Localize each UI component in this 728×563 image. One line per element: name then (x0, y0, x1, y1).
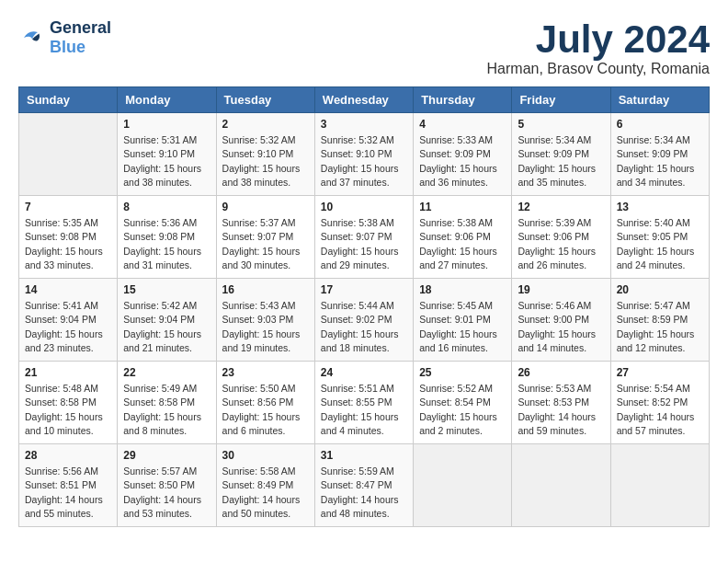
calendar-week-row: 14Sunrise: 5:41 AMSunset: 9:04 PMDayligh… (19, 279, 710, 362)
day-number: 18 (419, 283, 506, 296)
day-number: 9 (222, 201, 309, 213)
calendar-table: SundayMondayTuesdayWednesdayThursdayFrid… (18, 86, 710, 527)
calendar-week-row: 1Sunrise: 5:31 AMSunset: 9:10 PMDaylight… (19, 113, 710, 196)
day-info: Sunrise: 5:34 AMSunset: 9:09 PMDaylight:… (518, 133, 604, 190)
calendar-day-cell: 25Sunrise: 5:52 AMSunset: 8:54 PMDayligh… (414, 362, 512, 444)
calendar-day-cell: 11Sunrise: 5:38 AMSunset: 9:06 PMDayligh… (414, 196, 512, 279)
day-number: 8 (123, 201, 210, 213)
calendar-day-cell: 5Sunrise: 5:34 AMSunset: 9:09 PMDaylight… (512, 113, 610, 196)
day-info: Sunrise: 5:49 AMSunset: 8:58 PMDaylight:… (123, 382, 210, 438)
day-info: Sunrise: 5:50 AMSunset: 8:56 PMDaylight:… (222, 382, 309, 438)
day-number: 13 (617, 201, 703, 213)
calendar-day-cell (610, 444, 709, 527)
day-number: 19 (518, 283, 604, 296)
calendar-day-cell: 1Sunrise: 5:31 AMSunset: 9:10 PMDaylight… (118, 113, 216, 196)
day-info: Sunrise: 5:33 AMSunset: 9:09 PMDaylight:… (419, 133, 506, 190)
day-info: Sunrise: 5:48 AMSunset: 8:58 PMDaylight:… (25, 382, 111, 438)
day-info: Sunrise: 5:42 AMSunset: 9:04 PMDaylight:… (123, 299, 210, 355)
calendar-day-cell: 8Sunrise: 5:36 AMSunset: 9:08 PMDaylight… (118, 196, 216, 279)
day-number: 26 (518, 366, 604, 379)
day-number: 2 (222, 118, 309, 131)
day-number: 17 (321, 283, 407, 296)
calendar-day-cell: 24Sunrise: 5:51 AMSunset: 8:55 PMDayligh… (314, 362, 413, 444)
location-subtitle: Harman, Brasov County, Romania (487, 61, 710, 77)
month-year-title: July 2024 (487, 18, 710, 61)
day-number: 29 (123, 449, 210, 462)
day-number: 4 (419, 118, 506, 131)
logo-text: General Blue (50, 18, 111, 57)
calendar-day-cell: 4Sunrise: 5:33 AMSunset: 9:09 PMDaylight… (414, 113, 512, 196)
day-number: 20 (617, 283, 703, 296)
logo: General Blue (18, 18, 111, 57)
calendar-day-cell: 10Sunrise: 5:38 AMSunset: 9:07 PMDayligh… (314, 196, 413, 279)
calendar-day-cell: 20Sunrise: 5:47 AMSunset: 8:59 PMDayligh… (610, 279, 709, 362)
day-number: 25 (419, 366, 506, 379)
calendar-day-cell: 13Sunrise: 5:40 AMSunset: 9:05 PMDayligh… (610, 196, 709, 279)
calendar-week-row: 21Sunrise: 5:48 AMSunset: 8:58 PMDayligh… (19, 362, 710, 444)
day-number: 10 (321, 201, 407, 213)
day-number: 21 (25, 366, 111, 379)
calendar-day-cell: 2Sunrise: 5:32 AMSunset: 9:10 PMDaylight… (216, 113, 314, 196)
weekday-header-cell: Monday (118, 87, 216, 113)
day-info: Sunrise: 5:43 AMSunset: 9:03 PMDaylight:… (222, 299, 309, 355)
weekday-header-cell: Thursday (414, 87, 512, 113)
day-info: Sunrise: 5:45 AMSunset: 9:01 PMDaylight:… (419, 299, 506, 355)
day-number: 11 (419, 201, 506, 213)
weekday-header-row: SundayMondayTuesdayWednesdayThursdayFrid… (19, 87, 710, 113)
day-info: Sunrise: 5:57 AMSunset: 8:50 PMDaylight:… (123, 465, 210, 521)
day-info: Sunrise: 5:47 AMSunset: 8:59 PMDaylight:… (617, 299, 703, 355)
calendar-day-cell: 18Sunrise: 5:45 AMSunset: 9:01 PMDayligh… (414, 279, 512, 362)
calendar-day-cell: 7Sunrise: 5:35 AMSunset: 9:08 PMDaylight… (19, 196, 118, 279)
day-info: Sunrise: 5:35 AMSunset: 9:08 PMDaylight:… (25, 216, 111, 272)
day-number: 6 (617, 118, 703, 131)
day-number: 5 (518, 118, 604, 131)
day-info: Sunrise: 5:51 AMSunset: 8:55 PMDaylight:… (321, 382, 407, 438)
day-number: 28 (25, 449, 111, 462)
day-number: 16 (222, 283, 309, 296)
calendar-day-cell: 21Sunrise: 5:48 AMSunset: 8:58 PMDayligh… (19, 362, 118, 444)
calendar-day-cell: 3Sunrise: 5:32 AMSunset: 9:10 PMDaylight… (314, 113, 413, 196)
calendar-body: 1Sunrise: 5:31 AMSunset: 9:10 PMDaylight… (19, 113, 710, 527)
logo-icon (18, 24, 46, 52)
calendar-day-cell: 17Sunrise: 5:44 AMSunset: 9:02 PMDayligh… (314, 279, 413, 362)
calendar-day-cell (512, 444, 610, 527)
day-info: Sunrise: 5:32 AMSunset: 9:10 PMDaylight:… (222, 133, 309, 190)
day-number: 30 (222, 449, 309, 462)
calendar-day-cell: 26Sunrise: 5:53 AMSunset: 8:53 PMDayligh… (512, 362, 610, 444)
day-info: Sunrise: 5:38 AMSunset: 9:07 PMDaylight:… (321, 216, 407, 272)
calendar-day-cell: 19Sunrise: 5:46 AMSunset: 9:00 PMDayligh… (512, 279, 610, 362)
calendar-day-cell: 29Sunrise: 5:57 AMSunset: 8:50 PMDayligh… (118, 444, 216, 527)
title-section: July 2024 Harman, Brasov County, Romania (487, 18, 710, 77)
day-info: Sunrise: 5:46 AMSunset: 9:00 PMDaylight:… (518, 299, 604, 355)
calendar-week-row: 28Sunrise: 5:56 AMSunset: 8:51 PMDayligh… (19, 444, 710, 527)
calendar-day-cell: 23Sunrise: 5:50 AMSunset: 8:56 PMDayligh… (216, 362, 314, 444)
calendar-day-cell: 30Sunrise: 5:58 AMSunset: 8:49 PMDayligh… (216, 444, 314, 527)
day-number: 23 (222, 366, 309, 379)
calendar-day-cell: 12Sunrise: 5:39 AMSunset: 9:06 PMDayligh… (512, 196, 610, 279)
day-info: Sunrise: 5:41 AMSunset: 9:04 PMDaylight:… (25, 299, 111, 355)
day-info: Sunrise: 5:58 AMSunset: 8:49 PMDaylight:… (222, 465, 309, 521)
day-info: Sunrise: 5:31 AMSunset: 9:10 PMDaylight:… (123, 133, 210, 190)
day-number: 24 (321, 366, 407, 379)
day-number: 14 (25, 283, 111, 296)
day-info: Sunrise: 5:32 AMSunset: 9:10 PMDaylight:… (321, 133, 407, 190)
calendar-day-cell (414, 444, 512, 527)
day-info: Sunrise: 5:54 AMSunset: 8:52 PMDaylight:… (617, 382, 703, 438)
day-info: Sunrise: 5:59 AMSunset: 8:47 PMDaylight:… (321, 465, 407, 521)
calendar-day-cell (19, 113, 118, 196)
calendar-day-cell: 22Sunrise: 5:49 AMSunset: 8:58 PMDayligh… (118, 362, 216, 444)
day-info: Sunrise: 5:40 AMSunset: 9:05 PMDaylight:… (617, 216, 703, 272)
day-info: Sunrise: 5:44 AMSunset: 9:02 PMDaylight:… (321, 299, 407, 355)
day-info: Sunrise: 5:34 AMSunset: 9:09 PMDaylight:… (617, 133, 703, 190)
calendar-day-cell: 14Sunrise: 5:41 AMSunset: 9:04 PMDayligh… (19, 279, 118, 362)
weekday-header-cell: Wednesday (314, 87, 413, 113)
day-number: 31 (321, 449, 407, 462)
page-header: General Blue July 2024 Harman, Brasov Co… (18, 18, 710, 77)
day-info: Sunrise: 5:36 AMSunset: 9:08 PMDaylight:… (123, 216, 210, 272)
weekday-header-cell: Friday (512, 87, 610, 113)
day-number: 27 (617, 366, 703, 379)
day-number: 1 (123, 118, 210, 131)
calendar-day-cell: 9Sunrise: 5:37 AMSunset: 9:07 PMDaylight… (216, 196, 314, 279)
calendar-week-row: 7Sunrise: 5:35 AMSunset: 9:08 PMDaylight… (19, 196, 710, 279)
calendar-day-cell: 15Sunrise: 5:42 AMSunset: 9:04 PMDayligh… (118, 279, 216, 362)
